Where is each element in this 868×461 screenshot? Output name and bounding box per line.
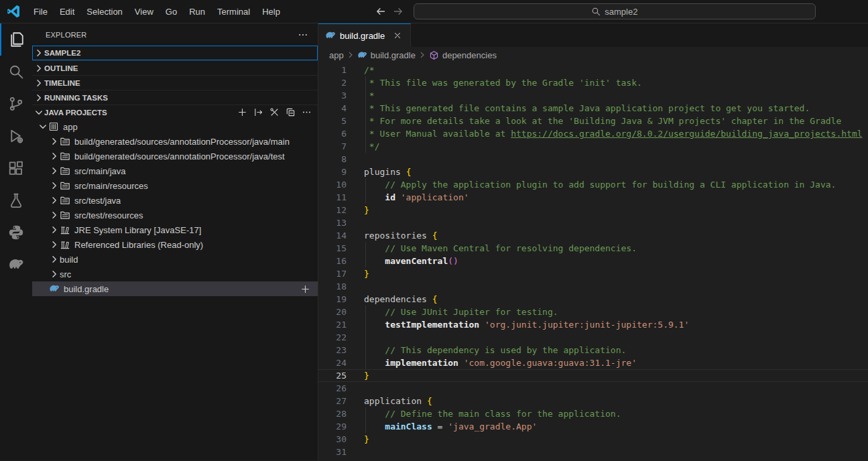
activity-source-control-button[interactable] bbox=[0, 88, 32, 120]
code-line-23[interactable]: 23 // This dependency is used by the app… bbox=[318, 344, 868, 356]
line-number: 15 bbox=[318, 242, 347, 255]
code-line-31[interactable]: 31 bbox=[318, 446, 868, 458]
tree-item-src[interactable]: src bbox=[32, 267, 318, 281]
activity-testing-button[interactable] bbox=[0, 184, 32, 216]
code-line-9[interactable]: 9plugins { bbox=[318, 166, 868, 178]
code-line-25[interactable]: 25} bbox=[318, 369, 868, 382]
tree-item-src-test-resources[interactable]: src/test/resources bbox=[32, 208, 318, 222]
tree-item-label: build.gradle bbox=[64, 284, 109, 294]
indent-guide bbox=[365, 255, 366, 267]
token-pl bbox=[479, 320, 485, 330]
code-line-1[interactable]: 1/* bbox=[318, 64, 868, 76]
code-line-3[interactable]: 3 * bbox=[318, 89, 868, 102]
code-line-21[interactable]: 21 testImplementation 'org.junit.jupiter… bbox=[318, 318, 868, 331]
chevron-right-icon bbox=[49, 254, 60, 265]
token-str: 'java_gradle.App' bbox=[448, 421, 537, 432]
tree-item-app[interactable]: app bbox=[32, 119, 318, 134]
tree-item-src-main-resources[interactable]: src/main/resources bbox=[32, 178, 318, 193]
menu-help[interactable]: Help bbox=[256, 0, 286, 23]
code-line-22[interactable]: 22 bbox=[318, 331, 868, 344]
nav-back-button[interactable] bbox=[372, 3, 389, 19]
more-icon[interactable] bbox=[300, 107, 312, 119]
menu-run[interactable]: Run bbox=[183, 0, 211, 23]
tree-item-build-generated-sources-annotationprocessor-java-main[interactable]: build/generated/sources/annotationProces… bbox=[32, 134, 318, 149]
token-cm: // Apply the application plugin to add s… bbox=[364, 180, 836, 190]
breadcrumb-dependencies[interactable]: dependencies bbox=[429, 50, 497, 60]
code-line-14[interactable]: 14repositories { bbox=[318, 229, 868, 242]
breadcrumb-build-gradle[interactable]: build.gradle bbox=[357, 50, 416, 60]
code-line-27[interactable]: 27application { bbox=[318, 395, 868, 407]
activity-extensions-button[interactable] bbox=[0, 152, 32, 184]
menu-file[interactable]: File bbox=[27, 0, 54, 23]
line-number: 10 bbox=[318, 178, 347, 191]
code-line-30[interactable]: 30} bbox=[318, 433, 868, 446]
menu-go[interactable]: Go bbox=[160, 0, 183, 23]
code-line-15[interactable]: 15 // Use Maven Central for resolving de… bbox=[318, 242, 868, 255]
line-number: 28 bbox=[318, 407, 347, 420]
chevron-right-icon bbox=[49, 210, 60, 220]
activity-gradle-button[interactable] bbox=[0, 249, 32, 281]
tab-close-icon[interactable] bbox=[391, 29, 404, 42]
tree-item-jre-system-library-javase-17[interactable]: JRE System Library [JavaSE-17] bbox=[32, 222, 318, 237]
code-line-24[interactable]: 24 implementation 'com.google.guava:guav… bbox=[318, 356, 868, 369]
tree-item-build[interactable]: build bbox=[32, 252, 318, 267]
code-line-16[interactable]: 16 mavenCentral() bbox=[318, 255, 868, 267]
section-java-projects[interactable]: JAVA PROJECTS bbox=[32, 105, 318, 119]
command-center-search[interactable]: sample2 bbox=[414, 3, 816, 19]
nav-forward-button[interactable] bbox=[389, 3, 407, 19]
code-line-19[interactable]: 19dependencies { bbox=[318, 293, 868, 306]
menu-view[interactable]: View bbox=[129, 0, 160, 23]
line-number: 23 bbox=[318, 344, 347, 356]
activity-search-button[interactable] bbox=[0, 56, 32, 88]
code-line-6[interactable]: 6 * User Manual available at https://doc… bbox=[318, 127, 868, 140]
code-line-5[interactable]: 5 * For more details take a look at the … bbox=[318, 115, 868, 127]
code-line-4[interactable]: 4 * This generated file contains a sampl… bbox=[318, 102, 868, 115]
section-running-tasks[interactable]: RUNNING TASKS bbox=[32, 90, 318, 105]
plus-icon[interactable] bbox=[236, 107, 248, 119]
explorer-more-actions-button[interactable] bbox=[296, 28, 310, 42]
line-text: } bbox=[364, 433, 369, 446]
tree-item-referenced-libraries-read-only[interactable]: Referenced Libraries (Read-only) bbox=[32, 237, 318, 252]
chevron-right-icon bbox=[49, 136, 60, 147]
indent-guide bbox=[365, 407, 366, 420]
plus-icon[interactable] bbox=[299, 283, 311, 295]
tree-item-build-generated-sources-annotationprocessor-java-test[interactable]: build/generated/sources/annotationProces… bbox=[32, 149, 318, 163]
code-line-28[interactable]: 28 // Define the main class for the appl… bbox=[318, 407, 868, 420]
code-line-11[interactable]: 11 id 'application' bbox=[318, 191, 868, 204]
token-b1: { bbox=[432, 294, 438, 304]
sidebar-sections: SAMPLE2OUTLINETIMELINERUNNING TASKSJAVA … bbox=[32, 46, 318, 119]
menu-terminal[interactable]: Terminal bbox=[211, 0, 256, 23]
activity-python-button[interactable] bbox=[0, 216, 32, 249]
tools-icon[interactable] bbox=[268, 107, 280, 119]
code-line-20[interactable]: 20 // Use JUnit Jupiter for testing. bbox=[318, 306, 868, 318]
code-line-7[interactable]: 7 */ bbox=[318, 140, 868, 153]
export-icon[interactable] bbox=[252, 107, 264, 119]
breadcrumb-label: dependencies bbox=[442, 50, 497, 60]
tree-item-src-main-java[interactable]: src/main/java bbox=[32, 163, 318, 178]
code-line-2[interactable]: 2 * This file was generated by the Gradl… bbox=[318, 76, 868, 89]
tree-item-build-gradle[interactable]: build.gradle bbox=[32, 281, 318, 296]
code-line-12[interactable]: 12} bbox=[318, 204, 868, 216]
code-line-29[interactable]: 29 mainClass = 'java_gradle.App' bbox=[318, 420, 868, 433]
activity-run-and-debug-button[interactable] bbox=[0, 120, 32, 152]
code-line-8[interactable]: 8 bbox=[318, 153, 868, 166]
code-line-17[interactable]: 17} bbox=[318, 267, 868, 280]
collapse-all-icon[interactable] bbox=[284, 107, 296, 119]
code-line-18[interactable]: 18 bbox=[318, 280, 868, 293]
tab-build-gradle[interactable]: build.gradle bbox=[318, 23, 411, 47]
code-line-10[interactable]: 10 // Apply the application plugin to ad… bbox=[318, 178, 868, 191]
tree-item-src-test-java[interactable]: src/test/java bbox=[32, 193, 318, 208]
line-text: // This dependency is used by the applic… bbox=[364, 344, 626, 356]
section-timeline[interactable]: TIMELINE bbox=[32, 75, 318, 90]
section-outline[interactable]: OUTLINE bbox=[32, 60, 318, 75]
breadcrumb-app[interactable]: app bbox=[329, 50, 344, 60]
activity-explorer-button[interactable] bbox=[0, 23, 32, 56]
code-line-13[interactable]: 13 bbox=[318, 216, 868, 229]
code-line-26[interactable]: 26 bbox=[318, 382, 868, 395]
chevron-right-icon bbox=[49, 269, 60, 279]
menu-edit[interactable]: Edit bbox=[54, 0, 80, 23]
token-pl bbox=[364, 421, 385, 432]
section-sample2[interactable]: SAMPLE2 bbox=[32, 46, 318, 60]
menu-selection[interactable]: Selection bbox=[80, 0, 128, 23]
breadcrumb-label: build.gradle bbox=[371, 50, 416, 60]
